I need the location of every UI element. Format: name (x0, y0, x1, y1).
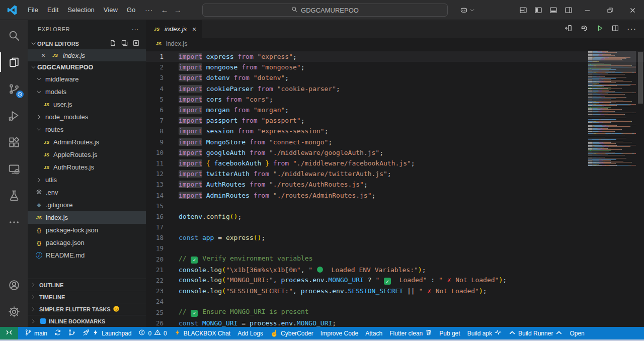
tree-file-appleroutes-js[interactable]: JSAppleRoutes.js (28, 148, 146, 161)
workspace-root-folder[interactable]: GDGCAMUREPOO (28, 61, 146, 73)
tab-indexjs[interactable]: JS index.js × (146, 20, 202, 38)
back-icon[interactable]: ← (158, 6, 171, 14)
build-apk-button[interactable]: Build apk (464, 327, 505, 339)
code-line[interactable]: 9import MongoStore from "connect-mongo"; (146, 137, 644, 147)
code-editor[interactable]: 1import express from "express";2import m… (146, 50, 644, 327)
timeline-history-icon[interactable] (580, 24, 588, 34)
pub-get-button[interactable]: Pub get (436, 327, 463, 339)
code-line[interactable]: 12import twitterAuth from "./middleware/… (146, 168, 644, 179)
scrollbar-thumb[interactable] (638, 52, 643, 104)
code-line[interactable]: 22console.log("MONGO_URI:", process.env.… (146, 275, 644, 286)
code-line[interactable]: 3import dotenv from "dotenv"; (146, 72, 644, 83)
section-inline-bookmarks[interactable]: INLINE BOOKMARKS (28, 315, 146, 327)
customize-layout-icon[interactable] (516, 0, 531, 20)
menu-edit[interactable]: Edit (43, 4, 63, 17)
code-line[interactable]: 4import cookieParser from "cookie-parser… (146, 83, 644, 94)
run-debug-icon[interactable] (0, 102, 28, 129)
attach-button[interactable]: Attach (362, 327, 386, 339)
minimap-slider[interactable] (588, 51, 636, 72)
tree-file-authroutes-js[interactable]: JSAuthRoutes.js (28, 161, 146, 174)
editor-scrollbar[interactable] (637, 50, 644, 327)
tree-file--gitignore[interactable]: ◆.gitignore (28, 199, 146, 211)
menu-selection[interactable]: Selection (63, 4, 99, 17)
close-button[interactable] (621, 0, 644, 20)
section-outline[interactable]: OUTLINE (28, 279, 146, 291)
menu-view[interactable]: View (99, 4, 122, 17)
code-line[interactable]: 8import session from "express-session"; (146, 126, 644, 136)
code-line[interactable]: 10import googleAuth from "./middleware/g… (146, 147, 644, 158)
remote-indicator[interactable] (0, 327, 18, 339)
breadcrumb[interactable]: JS index.js (146, 38, 644, 50)
code-line[interactable]: 13import AuthRoutes from "./routes/AuthR… (146, 179, 644, 190)
tree-folder-routes[interactable]: routes (28, 123, 146, 136)
settings-gear-icon[interactable] (0, 298, 28, 325)
code-line[interactable]: 18const app = express(); (146, 232, 644, 243)
code-line[interactable]: 5import cors from "cors"; (146, 94, 644, 105)
cybercoder-button[interactable]: ☝CyberCoder (267, 327, 317, 339)
improve-code-button[interactable]: Improve Code (317, 327, 362, 339)
tree-file-package-json[interactable]: {}package.json (28, 236, 146, 249)
menu-file[interactable]: File (23, 4, 43, 17)
dropdown-chevron-icon[interactable] (467, 0, 476, 20)
tree-file-readme-md[interactable]: iREADME.md (28, 249, 146, 262)
restore-button[interactable] (599, 0, 621, 20)
blackbox-chat-button[interactable]: BLACKBOX Chat (171, 327, 234, 339)
code-line[interactable]: 20// ✓ Verify environment variables (146, 254, 644, 265)
tree-folder-models[interactable]: models (28, 86, 146, 98)
menu-overflow-icon[interactable]: ··· (140, 6, 158, 14)
menu-go[interactable]: Go (122, 4, 140, 17)
open-editor-item[interactable]: ×JSindex.js (28, 49, 146, 61)
command-center-search[interactable]: GDGCAMUREPOO (202, 4, 448, 17)
open-editors-header[interactable]: OPEN EDITORS (28, 38, 146, 49)
close-tab-icon[interactable]: × (190, 25, 196, 33)
flutter-clean-button[interactable]: Flutter clean (386, 327, 436, 339)
explorer-more-icon[interactable]: ··· (132, 26, 139, 32)
close-editor-icon[interactable]: × (41, 51, 47, 59)
minimize-button[interactable] (576, 0, 599, 20)
account-icon[interactable] (0, 272, 28, 298)
code-line[interactable]: 17 (146, 222, 644, 232)
forward-icon[interactable]: → (171, 6, 184, 14)
tree-folder-utlis[interactable]: utlis (28, 174, 146, 186)
launchpad-button[interactable]: Launchpad (79, 327, 135, 339)
code-line[interactable]: 2import mongoose from "mongoose"; (146, 62, 644, 72)
tree-file-package-lock-json[interactable]: {}package-lock.json (28, 224, 146, 236)
testing-icon[interactable] (0, 182, 28, 209)
open-button[interactable]: Open (566, 327, 588, 339)
code-line[interactable]: 1import express from "express"; (146, 51, 644, 62)
problems-button[interactable]: 00 (135, 327, 170, 339)
search-icon[interactable] (0, 22, 28, 49)
section-simpler-flutter-tasks[interactable]: SIMPLER FLUTTER TASKS (28, 303, 146, 315)
code-line[interactable]: 23console.log("SESSION_SECRET:", process… (146, 286, 644, 296)
tree-file--env[interactable]: .env (28, 186, 146, 199)
remote-explorer-icon[interactable] (0, 155, 28, 182)
git-branch-button[interactable]: main (21, 327, 51, 339)
code-line[interactable]: 14import AdminRoutes from "./routes/Admi… (146, 190, 644, 200)
toggle-secondary-sidebar-icon[interactable] (561, 0, 576, 20)
code-line[interactable]: 15 (146, 201, 644, 211)
code-line[interactable]: 25// ✓ Ensure MONGO_URI is present (146, 307, 644, 318)
tree-file-user-js[interactable]: JSuser.js (28, 98, 146, 111)
tree-file-index-js[interactable]: JSindex.js (28, 211, 146, 224)
tree-folder-node-modules[interactable]: node_modules (28, 111, 146, 123)
toggle-panel-icon[interactable] (546, 0, 561, 20)
tree-file-adminroutes-js[interactable]: JSAdminRoutes.js (28, 136, 146, 148)
new-untitled-file-icon[interactable] (109, 39, 117, 48)
git-graph-button[interactable] (65, 327, 79, 339)
toggle-primary-sidebar-icon[interactable] (531, 0, 546, 20)
code-line[interactable]: 16dotenv.config(); (146, 211, 644, 222)
source-control-icon[interactable] (0, 75, 28, 102)
code-line[interactable]: 6import morgan from "morgan"; (146, 105, 644, 115)
more-views-icon[interactable] (0, 209, 28, 235)
code-line[interactable]: 11import { facebookAuth } from "./middle… (146, 158, 644, 168)
minimap[interactable] (588, 50, 636, 327)
close-all-icon[interactable] (132, 39, 140, 48)
add-logs-button[interactable]: Add Logs (234, 327, 267, 339)
explorer-icon[interactable] (0, 49, 28, 75)
more-actions-icon[interactable]: ··· (627, 25, 636, 34)
tree-folder-middleware[interactable]: middleware (28, 73, 146, 86)
run-code-icon[interactable] (596, 24, 604, 34)
code-line[interactable]: 21console.log("\x1b[36m%s\x1b[0m", " Loa… (146, 265, 644, 275)
code-line[interactable]: 24 (146, 296, 644, 307)
open-changes-icon[interactable] (565, 24, 573, 34)
